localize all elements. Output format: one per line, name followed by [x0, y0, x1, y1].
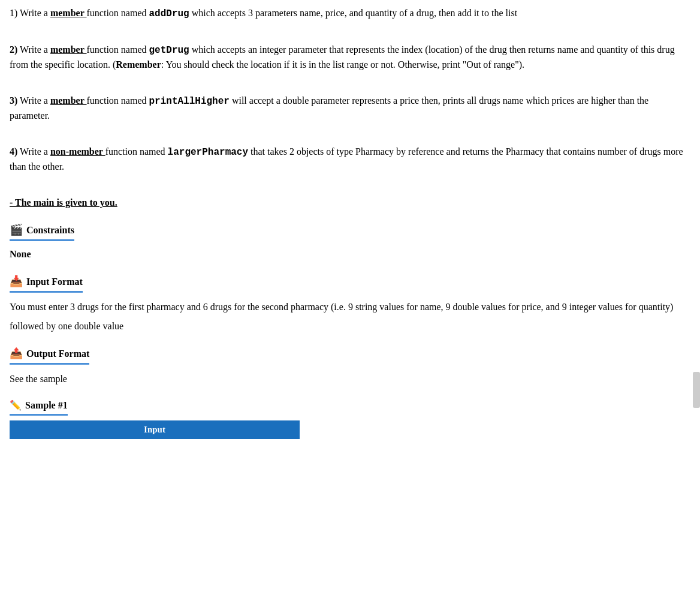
constraints-title-bar: 🎬 Constraints — [10, 222, 74, 241]
item3-prefix: 3) — [10, 95, 17, 106]
item3-text-before: Write a — [20, 95, 50, 106]
item3-member-label: member — [50, 95, 87, 106]
item2-member-label: member — [50, 44, 87, 55]
output-format-title: Output Format — [26, 347, 89, 361]
item3-text-middle: function named — [87, 95, 149, 106]
item3-code: printAllHigher — [149, 96, 229, 107]
constraints-title: Constraints — [26, 223, 74, 238]
input-format-icon: 📥 — [10, 274, 23, 290]
sample-title-bar: ✏️ Sample #1 — [10, 398, 68, 416]
problem-item-2: 2) Write a member function named getDrug… — [10, 43, 690, 72]
item1-code: addDrug — [149, 8, 189, 19]
input-format-title: Input Format — [26, 275, 83, 289]
item4-text-middle: function named — [105, 146, 168, 157]
scrollbar[interactable] — [693, 372, 700, 408]
item2-text-before: Write a — [20, 44, 50, 55]
input-format-line2: followed by one double value — [10, 319, 690, 333]
input-format-title-bar: 📥 Input Format — [10, 274, 83, 293]
output-format-section: 📤 Output Format See the sample — [10, 345, 690, 386]
item1-text-before: Write a — [20, 8, 50, 18]
sample-icon: ✏️ — [10, 398, 22, 413]
input-format-section: 📥 Input Format You must enter 3 drugs fo… — [10, 274, 690, 333]
output-format-text: See the sample — [10, 372, 690, 386]
output-format-icon: 📤 — [10, 345, 23, 362]
main-note-text: - The main is given to you. — [10, 197, 117, 208]
constraints-value: None — [10, 247, 690, 262]
main-note: - The main is given to you. — [10, 196, 690, 210]
item1-text-middle: function named — [87, 8, 149, 18]
item1-prefix: 1) — [10, 8, 17, 18]
problem-item-1: 1) Write a member function named addDrug… — [10, 6, 690, 21]
input-format-line1: You must enter 3 drugs for the first pha… — [10, 300, 690, 314]
item2-prefix: 2) — [10, 44, 17, 55]
sample-section: ✏️ Sample #1 Input — [10, 398, 690, 439]
item4-prefix: 4) — [10, 146, 17, 157]
constraints-icon: 🎬 — [10, 222, 23, 238]
item4-code: largerPharmacy — [168, 147, 248, 158]
output-format-title-bar: 📤 Output Format — [10, 345, 89, 365]
input-tab: Input — [10, 420, 300, 439]
item2-code: getDrug — [149, 45, 189, 56]
item2-text-middle: function named — [87, 44, 149, 55]
problem-item-4: 4) Write a non-member function named lar… — [10, 145, 690, 174]
item1-text-after: which accepts 3 parameters name, price, … — [192, 8, 517, 18]
item4-text-before: Write a — [20, 146, 50, 157]
sample-title: Sample #1 — [25, 398, 68, 413]
item4-nonmember-label: non-member — [50, 146, 105, 157]
problem-item-3: 3) Write a member function named printAl… — [10, 94, 690, 123]
item1-member-label: member — [50, 8, 87, 18]
constraints-section: 🎬 Constraints None — [10, 222, 690, 262]
